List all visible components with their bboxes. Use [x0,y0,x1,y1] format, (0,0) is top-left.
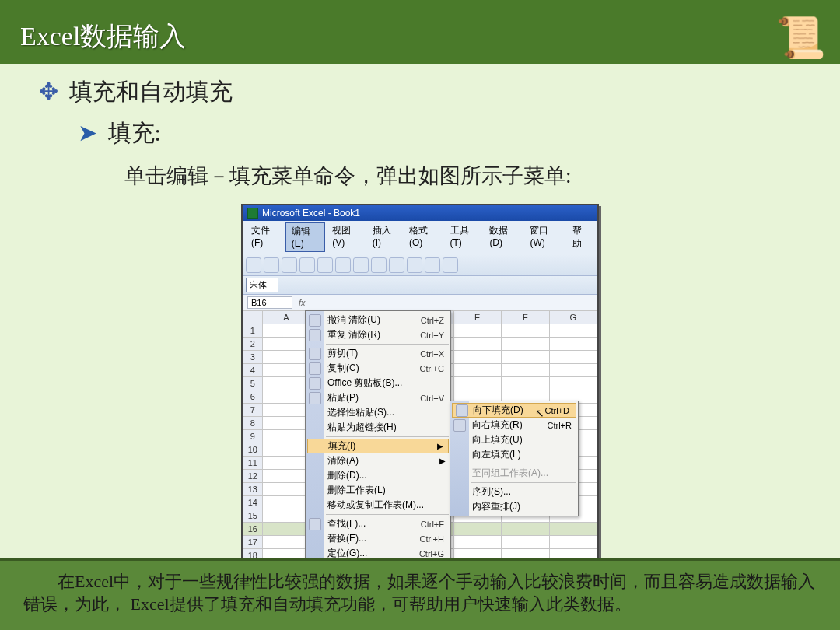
column-header[interactable]: A [262,311,310,324]
menu-item[interactable]: 插入(I) [367,222,402,252]
row-header[interactable]: 9 [243,430,263,443]
menu-item[interactable]: 数据(D) [484,222,523,252]
column-header[interactable]: G [549,311,597,324]
toolbar-button[interactable] [425,257,440,273]
row-header[interactable]: 5 [243,377,263,390]
menu-item[interactable]: 粘贴(P)Ctrl+V [306,390,450,405]
grid-cell[interactable] [502,377,549,390]
submenu-item[interactable]: 向左填充(L) [450,447,578,462]
row-header[interactable]: 17 [243,536,263,549]
submenu-item[interactable]: 内容重排(J) [450,499,578,514]
menu-item[interactable]: 选择性粘贴(S)... [306,405,450,420]
grid-cell[interactable] [262,430,310,443]
grid-cell[interactable] [453,364,501,377]
toolbar-button[interactable] [282,257,297,273]
menu-item[interactable]: 窗口(W) [524,222,565,252]
row-header[interactable]: 13 [243,483,263,496]
menu-item[interactable]: 撤消 清除(U)Ctrl+Z [306,313,450,327]
menu-item[interactable]: 视图(V) [327,222,365,252]
name-box[interactable]: B16 [247,296,292,309]
grid-cell[interactable] [262,483,310,496]
row-header[interactable]: 8 [243,417,263,430]
grid-cell[interactable] [502,536,549,549]
row-header[interactable]: 12 [243,470,263,483]
menu-item[interactable]: Office 剪贴板(B)... [306,376,450,390]
grid-cell[interactable] [262,457,310,470]
menu-item[interactable]: 填充(I)▶ [307,439,449,453]
toolbar-button[interactable] [389,257,404,273]
column-header[interactable] [243,311,263,324]
grid-cell[interactable] [549,324,597,338]
grid-cell[interactable] [262,417,310,430]
toolbar-button[interactable] [317,257,333,273]
menu-item[interactable]: 重复 清除(R)Ctrl+Y [306,327,450,342]
toolbar-button[interactable] [443,257,458,273]
toolbar-button[interactable] [299,257,315,273]
menu-item[interactable]: 移动或复制工作表(M)... [306,498,450,513]
grid-cell[interactable] [549,536,597,549]
font-selector[interactable]: 宋体 [246,278,278,292]
menu-item[interactable]: 格式(O) [404,222,443,252]
grid-cell[interactable] [502,338,549,351]
toolbar-button[interactable] [353,257,369,273]
grid-cell[interactable] [549,338,597,351]
menu-item[interactable]: 剪切(T)Ctrl+X [306,346,450,361]
row-header[interactable]: 3 [243,351,263,364]
grid-cell[interactable] [262,390,310,404]
menu-item[interactable]: 删除工作表(L) [306,483,450,498]
grid-cell[interactable] [262,470,310,483]
row-header[interactable]: 14 [243,496,263,509]
grid-cell[interactable] [453,338,501,351]
grid-cell[interactable] [262,536,310,549]
row-header[interactable]: 2 [243,338,263,351]
grid-cell[interactable] [502,364,549,377]
grid-cell[interactable] [262,338,310,351]
menu-item[interactable]: 删除(D)... [306,468,450,483]
row-header[interactable]: 10 [243,443,263,457]
grid-cell[interactable] [262,496,310,509]
grid-cell[interactable] [549,523,597,536]
submenu-item[interactable]: 序列(S)... [450,485,578,499]
submenu-item[interactable]: 向右填充(R)Ctrl+R [450,418,578,432]
fx-icon[interactable]: fx [299,298,306,307]
toolbar-button[interactable] [335,257,351,273]
grid-cell[interactable] [262,364,310,377]
row-header[interactable]: 7 [243,404,263,417]
toolbar-button[interactable] [371,257,387,273]
grid-cell[interactable] [262,324,310,338]
grid-cell[interactable] [262,351,310,364]
menu-item[interactable]: 文件(F) [246,222,284,252]
toolbar-button[interactable] [264,257,279,273]
column-header[interactable]: E [453,311,501,324]
row-header[interactable]: 11 [243,457,263,470]
grid-cell[interactable] [502,324,549,338]
grid-cell[interactable] [262,404,310,417]
menu-item[interactable]: 编辑(E) [285,222,325,252]
grid-cell[interactable] [262,509,310,523]
menu-item[interactable]: 查找(F)...Ctrl+F [306,516,450,531]
grid-cell[interactable] [549,364,597,377]
menu-item[interactable]: 替换(E)...Ctrl+H [306,531,450,546]
grid-cell[interactable] [502,523,549,536]
grid-cell[interactable] [262,377,310,390]
menu-item[interactable]: 复制(C)Ctrl+C [306,361,450,376]
menu-item[interactable]: 帮助 [567,222,594,252]
menu-item[interactable]: 工具(T) [445,222,483,252]
toolbar-button[interactable] [407,257,422,273]
grid-cell[interactable] [453,523,501,536]
grid-cell[interactable] [453,536,501,549]
toolbar-button[interactable] [246,257,261,273]
menu-item[interactable]: 清除(A)▶ [306,453,450,468]
grid-cell[interactable] [262,443,310,457]
grid-cell[interactable] [549,351,597,364]
row-header[interactable]: 16 [243,523,263,536]
grid-cell[interactable] [262,523,310,536]
menu-item[interactable]: 粘贴为超链接(H) [306,420,450,435]
row-header[interactable]: 4 [243,364,263,377]
submenu-item[interactable]: 向下填充(D)Ctrl+D↖ [452,403,576,418]
row-header[interactable]: 15 [243,509,263,523]
row-header[interactable]: 6 [243,390,263,404]
submenu-item[interactable]: 向上填充(U) [450,432,578,447]
grid-cell[interactable] [453,351,501,364]
grid-cell[interactable] [453,377,501,390]
